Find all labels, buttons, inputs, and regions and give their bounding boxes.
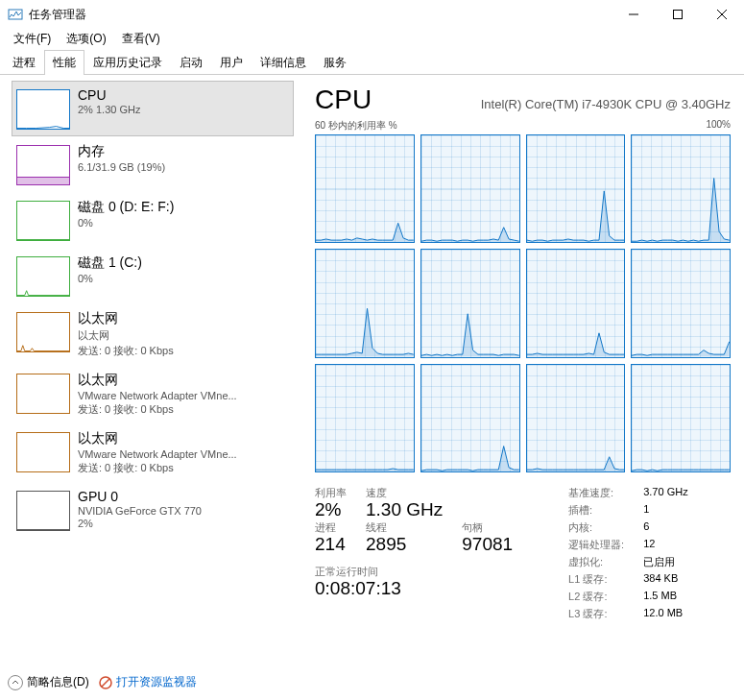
sidebar-item-sub2: 2% bbox=[78, 518, 202, 529]
svg-line-18 bbox=[102, 679, 109, 687]
right-stat-value: 1.5 MB bbox=[643, 590, 687, 604]
cpu-core-chart-10 bbox=[526, 364, 626, 472]
sidebar-item-ethernet1[interactable]: 以太网 VMware Network Adapter VMne... 发送: 0… bbox=[12, 365, 294, 423]
uptime-label: 正常运行时间 bbox=[315, 565, 513, 579]
cpu-core-chart-3 bbox=[631, 134, 731, 243]
fewer-details-label: 简略信息(D) bbox=[27, 674, 89, 690]
open-resmon-label: 打开资源监视器 bbox=[116, 674, 197, 690]
menubar: 文件(F) 选项(O) 查看(V) bbox=[0, 29, 744, 48]
right-stat-label: L2 缓存: bbox=[568, 590, 624, 604]
net-thumb bbox=[16, 432, 70, 472]
sidebar-item-title: 以太网 bbox=[78, 310, 174, 327]
tab-app-history[interactable]: 应用历史记录 bbox=[84, 50, 171, 75]
disk-thumb bbox=[16, 256, 70, 297]
sidebar-item-gpu0[interactable]: GPU 0 NVIDIA GeForce GTX 770 2% bbox=[12, 482, 294, 538]
cpu-model: Intel(R) Core(TM) i7-4930K CPU @ 3.40GHz bbox=[481, 97, 731, 111]
cpu-chart-grid[interactable] bbox=[315, 134, 731, 472]
right-stat-label: 虚拟化: bbox=[568, 555, 624, 569]
util-value: 2% bbox=[315, 499, 347, 520]
sidebar-item-sub: 0% bbox=[78, 217, 174, 229]
menu-view[interactable]: 查看(V) bbox=[114, 29, 168, 49]
cpu-core-chart-2 bbox=[526, 134, 626, 243]
right-stat-label: 逻辑处理器: bbox=[568, 538, 624, 552]
right-stat-label: 插槽: bbox=[568, 503, 624, 518]
sidebar-item-cpu[interactable]: CPU 2% 1.30 GHz bbox=[12, 81, 294, 136]
cpu-core-chart-9 bbox=[420, 364, 520, 472]
thr-label: 线程 bbox=[366, 520, 443, 535]
cpu-core-chart-8 bbox=[315, 364, 415, 472]
titlebar: 任务管理器 bbox=[0, 0, 744, 29]
speed-value: 1.30 GHz bbox=[366, 499, 443, 520]
menu-options[interactable]: 选项(O) bbox=[59, 29, 113, 49]
close-button[interactable] bbox=[700, 0, 744, 29]
tab-details[interactable]: 详细信息 bbox=[252, 50, 315, 75]
fewer-details-button[interactable]: 简略信息(D) bbox=[8, 674, 89, 690]
speed-label: 速度 bbox=[366, 486, 443, 500]
content-title: CPU bbox=[315, 84, 372, 115]
open-resmon-link[interactable]: 打开资源监视器 bbox=[99, 674, 197, 690]
chart-label-right: 100% bbox=[706, 119, 731, 133]
right-stat-value: 384 KB bbox=[643, 572, 687, 587]
app-icon bbox=[8, 7, 23, 22]
maximize-button[interactable] bbox=[656, 0, 700, 29]
cpu-core-chart-5 bbox=[420, 249, 520, 357]
gpu-thumb bbox=[16, 491, 70, 531]
thr-value: 2895 bbox=[366, 534, 443, 555]
tab-users[interactable]: 用户 bbox=[211, 50, 252, 75]
sidebar-item-title: 以太网 bbox=[78, 372, 237, 389]
sidebar-item-sub: 2% 1.30 GHz bbox=[78, 104, 140, 115]
right-stat-label: L3 缓存: bbox=[568, 607, 624, 621]
util-label: 利用率 bbox=[315, 486, 347, 500]
svg-rect-2 bbox=[674, 11, 683, 19]
sidebar-item-title: CPU bbox=[78, 87, 140, 103]
sidebar-item-disk1[interactable]: 磁盘 1 (C:) 0% bbox=[12, 248, 294, 303]
content-panel: CPU Intel(R) Core(TM) i7-4930K CPU @ 3.4… bbox=[298, 75, 744, 670]
resmon-icon bbox=[99, 676, 112, 689]
bottom-bar: 简略信息(D) 打开资源监视器 bbox=[8, 674, 197, 690]
stats-right: 基准速度:3.70 GHz插槽:1内核:6逻辑处理器:12虚拟化:已启用L1 缓… bbox=[568, 486, 688, 621]
tab-strip: 进程 性能 应用历史记录 启动 用户 详细信息 服务 bbox=[0, 52, 744, 75]
sidebar-item-sub: 6.1/31.9 GB (19%) bbox=[78, 161, 165, 173]
tab-services[interactable]: 服务 bbox=[315, 50, 355, 75]
tab-processes[interactable]: 进程 bbox=[4, 50, 44, 75]
sidebar-item-ethernet2[interactable]: 以太网 VMware Network Adapter VMne... 发送: 0… bbox=[12, 423, 294, 482]
sidebar-item-title: 内存 bbox=[78, 143, 165, 160]
sidebar-item-disk0[interactable]: 磁盘 0 (D: E: F:) 0% bbox=[12, 192, 294, 248]
chart-label-left: 60 秒内的利用率 % bbox=[315, 119, 397, 133]
net-thumb bbox=[16, 312, 70, 352]
sidebar-item-ethernet0[interactable]: 以太网 以太网 发送: 0 接收: 0 Kbps bbox=[12, 303, 294, 365]
cpu-core-chart-0 bbox=[315, 134, 415, 243]
cpu-core-chart-7 bbox=[631, 249, 731, 357]
sidebar-item-title: 磁盘 1 (C:) bbox=[78, 254, 142, 272]
tab-performance[interactable]: 性能 bbox=[44, 50, 84, 75]
right-stat-value: 12.0 MB bbox=[643, 607, 687, 621]
sidebar-item-title: GPU 0 bbox=[78, 489, 202, 504]
proc-value: 214 bbox=[315, 534, 347, 555]
sidebar-item-title: 磁盘 0 (D: E: F:) bbox=[78, 199, 174, 216]
menu-file[interactable]: 文件(F) bbox=[6, 29, 59, 49]
window-title: 任务管理器 bbox=[29, 7, 612, 23]
sidebar-item-sub2: 发送: 0 接收: 0 Kbps bbox=[78, 402, 237, 417]
svg-marker-7 bbox=[527, 191, 625, 242]
minimize-button[interactable] bbox=[612, 0, 656, 29]
tab-startup[interactable]: 启动 bbox=[171, 50, 211, 75]
cpu-core-chart-4 bbox=[315, 249, 415, 357]
hnd-value: 97081 bbox=[462, 534, 513, 555]
uptime-value: 0:08:07:13 bbox=[315, 578, 513, 599]
chevron-up-icon bbox=[8, 675, 23, 690]
sidebar-item-sub: VMware Network Adapter VMne... bbox=[78, 390, 237, 401]
main-area: CPU 2% 1.30 GHz 内存 6.1/31.9 GB (19%) 磁盘 … bbox=[0, 75, 744, 670]
right-stat-value: 已启用 bbox=[643, 555, 687, 569]
cpu-core-chart-6 bbox=[526, 249, 626, 357]
sidebar-item-memory[interactable]: 内存 6.1/31.9 GB (19%) bbox=[12, 136, 294, 192]
right-stat-value: 12 bbox=[643, 538, 687, 552]
right-stat-value: 3.70 GHz bbox=[643, 486, 687, 500]
disk-thumb bbox=[16, 201, 70, 241]
window-controls bbox=[612, 0, 744, 29]
svg-rect-0 bbox=[9, 10, 22, 19]
cpu-core-chart-1 bbox=[420, 134, 520, 243]
sidebar-item-sub: 以太网 bbox=[78, 328, 174, 343]
proc-label: 进程 bbox=[315, 520, 347, 535]
net-thumb bbox=[16, 374, 70, 414]
right-stat-label: 基准速度: bbox=[568, 486, 624, 500]
